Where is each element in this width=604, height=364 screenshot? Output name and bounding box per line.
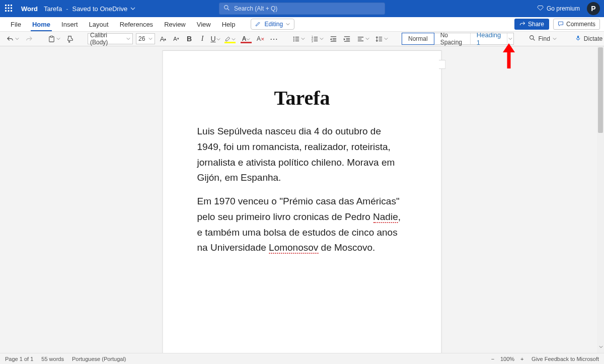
tab-file[interactable]: File (5, 17, 27, 31)
scrollbar-thumb[interactable] (598, 47, 603, 133)
dictate-button[interactable]: Dictate (572, 35, 604, 43)
chevron-down-icon (148, 35, 153, 42)
document-body[interactable]: Luis Sepúlveda nasceu dia 4 do outubro d… (197, 124, 407, 256)
ribbon-collapse-button[interactable] (599, 342, 603, 351)
more-font-options-button[interactable]: ⋯ (269, 34, 279, 44)
app-launcher-button[interactable] (0, 0, 17, 17)
styles-expand-button[interactable] (507, 33, 513, 44)
chevron-down-icon (599, 342, 603, 350)
clear-formatting-button[interactable]: A✕ (256, 34, 266, 44)
svg-point-39 (530, 36, 534, 39)
font-size-select[interactable]: 26 (136, 33, 155, 44)
zoom-level[interactable]: 100% (500, 356, 514, 362)
save-status: Saved to OneDrive (72, 5, 127, 13)
comments-button[interactable]: Comments (553, 19, 600, 30)
account-avatar[interactable]: P (587, 2, 600, 15)
spelling-error[interactable]: Nadie (373, 211, 398, 223)
ellipsis-icon: ⋯ (268, 34, 280, 44)
decrease-font-button[interactable]: A▾ (171, 34, 181, 44)
diamond-icon (537, 5, 544, 13)
bold-button[interactable]: B (184, 34, 194, 44)
increase-indent-button[interactable] (342, 34, 352, 44)
zoom-in-button[interactable]: + (518, 356, 525, 362)
svg-rect-0 (5, 5, 7, 6)
svg-text:3: 3 (312, 40, 313, 43)
paste-button[interactable] (46, 34, 62, 44)
svg-point-17 (293, 40, 294, 41)
page[interactable]: Tarefa Luis Sepúlveda nasceu dia 4 do ou… (163, 50, 442, 353)
underline-button[interactable]: U (210, 34, 220, 44)
tab-home[interactable]: Home (27, 17, 56, 31)
chevron-down-icon (553, 35, 557, 42)
editing-mode-button[interactable]: Editing (251, 19, 294, 30)
word-count[interactable]: 55 words (41, 356, 64, 362)
svg-point-13 (293, 36, 294, 37)
tab-references[interactable]: References (114, 17, 159, 31)
chevron-down-icon (126, 35, 130, 42)
waffle-icon (5, 4, 13, 14)
page-info[interactable]: Page 1 of 1 (5, 356, 33, 362)
style-normal[interactable]: Normal (402, 33, 434, 45)
format-painter-button[interactable] (65, 34, 76, 44)
ribbon-toolbar: Calibri (Body) 26 A▴ A▾ B I U A A✕ ⋯ 123… (0, 31, 604, 46)
svg-line-40 (534, 39, 535, 40)
chevron-down-icon (320, 35, 324, 42)
svg-rect-1 (8, 5, 10, 6)
paragraph[interactable]: Em 1970 venceu o "Prémio casa das Améric… (197, 194, 407, 256)
search-icon (529, 35, 536, 43)
comment-icon (558, 21, 564, 28)
chevron-down-icon (15, 35, 19, 42)
svg-rect-12 (50, 36, 53, 37)
chevron-down-icon (365, 35, 369, 42)
numbering-button[interactable]: 123 (310, 34, 325, 44)
share-button[interactable]: Share (514, 19, 549, 30)
svg-rect-41 (577, 36, 579, 39)
tab-review[interactable]: Review (159, 17, 191, 31)
bullets-button[interactable] (291, 34, 307, 44)
document-canvas: Tarefa Luis Sepúlveda nasceu dia 4 do ou… (0, 46, 604, 353)
svg-rect-2 (11, 5, 12, 6)
go-premium-button[interactable]: Go premium (537, 5, 580, 13)
svg-rect-6 (5, 10, 7, 12)
chevron-down-icon (286, 21, 290, 28)
chevron-down-icon (130, 5, 135, 13)
pencil-icon (255, 21, 261, 28)
document-name: Tarefa (44, 5, 62, 13)
italic-button[interactable]: I (197, 34, 207, 44)
highlight-color-button[interactable] (223, 34, 237, 44)
svg-point-15 (293, 38, 294, 39)
tab-layout[interactable]: Layout (84, 17, 114, 31)
language-indicator[interactable]: Portuguese (Portugal) (72, 356, 126, 362)
tab-help[interactable]: Help (216, 17, 241, 31)
microphone-icon (575, 35, 581, 43)
find-button[interactable]: Find (526, 35, 559, 43)
chevron-down-icon (56, 35, 60, 42)
redo-button[interactable] (24, 34, 34, 44)
spelling-error[interactable]: Lomonosov (269, 242, 318, 254)
document-heading[interactable]: Tarefa (197, 86, 407, 110)
paragraph[interactable]: Luis Sepúlveda nasceu dia 4 do outubro d… (197, 124, 407, 186)
style-heading-1[interactable]: Heading 1 (471, 33, 507, 44)
status-bar: Page 1 of 1 55 words Portuguese (Portuga… (0, 353, 604, 364)
tab-insert[interactable]: Insert (56, 17, 84, 31)
document-title-group[interactable]: Tarefa - Saved to OneDrive (44, 5, 135, 13)
style-no-spacing[interactable]: No Spacing (434, 33, 471, 44)
font-name-select[interactable]: Calibri (Body) (88, 33, 133, 44)
increase-font-button[interactable]: A▴ (158, 34, 168, 44)
feedback-link[interactable]: Give Feedback to Microsoft (532, 356, 599, 362)
line-spacing-button[interactable] (374, 34, 390, 44)
undo-button[interactable] (5, 34, 21, 44)
font-color-button[interactable]: A (240, 34, 253, 44)
decrease-indent-button[interactable] (328, 34, 339, 44)
vertical-scrollbar[interactable] (597, 46, 604, 353)
tab-view[interactable]: View (191, 17, 216, 31)
search-input[interactable]: Search (Alt + Q) (219, 3, 385, 15)
align-left-button[interactable] (355, 34, 371, 44)
styles-gallery[interactable]: Normal No Spacing Heading 1 (402, 33, 514, 45)
separator: - (66, 5, 68, 13)
chevron-down-icon (216, 35, 220, 43)
app-name: Word (21, 5, 38, 13)
zoom-out-button[interactable]: − (489, 356, 496, 362)
menu-bar: File Home Insert Layout References Revie… (0, 17, 604, 31)
ruler-toggle[interactable] (439, 60, 446, 69)
